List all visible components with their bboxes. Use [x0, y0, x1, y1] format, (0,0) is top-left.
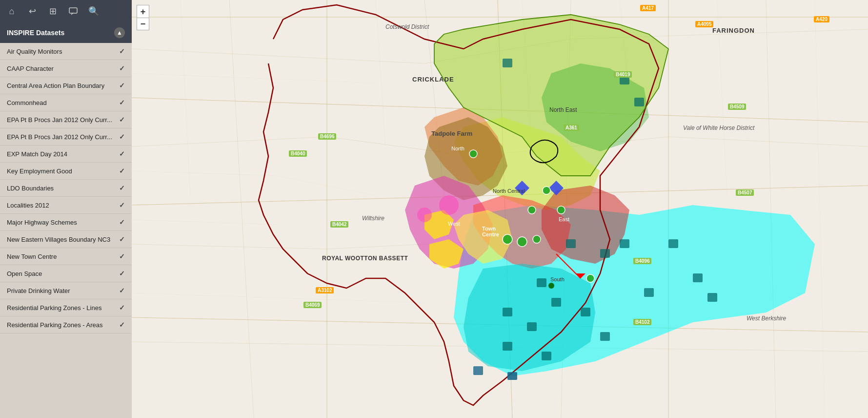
layer-check-air-quality: ✓ — [119, 47, 125, 55]
layer-item-epa-pt-b-1[interactable]: EPA Pt B Procs Jan 2012 Only Curr... ✓ — [0, 111, 132, 128]
layer-check-res-parking-areas: ✓ — [119, 321, 125, 329]
layer-name-key-employment: Key Employment Good — [7, 167, 119, 175]
sidebar-title: INSPIRE Datasets — [7, 29, 64, 37]
svg-rect-66 — [581, 308, 590, 316]
layer-item-epa-pt-b-2[interactable]: EPA Pt B Procs Jan 2012 Only Curr... ✓ — [0, 128, 132, 146]
svg-point-57 — [548, 283, 554, 289]
layer-name-res-parking-areas: Residential Parking Zones - Areas — [7, 321, 119, 329]
map[interactable]: + − — [132, 0, 868, 418]
layer-name-new-town-centre: New Town Centre — [7, 253, 119, 260]
svg-rect-73 — [707, 293, 717, 302]
layer-item-new-eastern[interactable]: New Eastern Villages Boundary NC3 ✓ — [0, 231, 132, 248]
sidebar: INSPIRE Datasets ▲ Air Quality Monitors … — [0, 22, 132, 418]
layer-item-private-drinking[interactable]: Private Drinking Water ✓ — [0, 282, 132, 299]
layer-check-commonhead: ✓ — [119, 99, 125, 106]
layer-name-central-area: Central Area Action Plan Boundary — [7, 82, 119, 89]
layer-name-commonhead: Commonhead — [7, 99, 119, 106]
layer-check-res-parking-lines: ✓ — [119, 304, 125, 312]
layer-item-localities-2012[interactable]: Localities 2012 ✓ — [0, 197, 132, 214]
layer-item-central-area[interactable]: Central Area Action Plan Boundary ✓ — [0, 77, 132, 94]
layer-name-exp-match-day: EXP Match Day 2014 — [7, 150, 119, 158]
layer-item-commonhead[interactable]: Commonhead ✓ — [0, 94, 132, 111]
svg-rect-76 — [473, 366, 483, 375]
svg-rect-59 — [620, 76, 629, 84]
zoom-out-button[interactable]: − — [137, 18, 149, 30]
layer-check-localities-2012: ✓ — [119, 201, 125, 209]
layer-item-key-employment[interactable]: Key Employment Good ✓ — [0, 163, 132, 180]
layer-check-caap-character: ✓ — [119, 64, 125, 72]
svg-rect-65 — [551, 298, 561, 307]
layer-name-ldo-boundaries: LDO Boundaries — [7, 185, 119, 192]
layer-name-localities-2012: Localities 2012 — [7, 202, 119, 209]
layer-name-epa-pt-b-2: EPA Pt B Procs Jan 2012 Only Curr... — [7, 133, 119, 141]
svg-rect-64 — [537, 278, 546, 287]
layer-check-epa-pt-b-2: ✓ — [119, 133, 125, 141]
layer-name-new-eastern: New Eastern Villages Boundary NC3 — [7, 236, 119, 243]
svg-rect-61 — [566, 239, 576, 248]
layer-item-new-town-centre[interactable]: New Town Centre ✓ — [0, 248, 132, 265]
svg-point-53 — [528, 206, 536, 214]
layer-item-ldo-boundaries[interactable]: LDO Boundaries ✓ — [0, 180, 132, 197]
layer-check-major-highway: ✓ — [119, 218, 125, 226]
svg-rect-71 — [668, 239, 678, 248]
svg-rect-62 — [600, 249, 610, 258]
layer-check-key-employment: ✓ — [119, 167, 125, 175]
svg-rect-70 — [542, 352, 551, 360]
layer-list: Air Quality Monitors ✓ CAAP Character ✓ … — [0, 43, 132, 334]
layer-name-caap-character: CAAP Character — [7, 65, 119, 72]
svg-point-49 — [469, 150, 477, 158]
home-button[interactable]: ⌂ — [4, 3, 20, 19]
zoom-in-button[interactable]: + — [137, 5, 149, 18]
svg-point-55 — [543, 187, 550, 194]
svg-rect-58 — [503, 59, 512, 67]
layer-name-open-space: Open Space — [7, 270, 119, 277]
svg-point-52 — [533, 235, 541, 243]
layer-check-central-area: ✓ — [119, 82, 125, 89]
svg-rect-74 — [644, 288, 654, 297]
layer-name-major-highway: Major Highway Schemes — [7, 219, 119, 226]
layer-check-private-drinking: ✓ — [119, 287, 125, 294]
back-button[interactable]: ↩ — [24, 3, 40, 19]
layer-item-open-space[interactable]: Open Space ✓ — [0, 265, 132, 282]
layer-item-res-parking-areas[interactable]: Residential Parking Zones - Areas ✓ — [0, 316, 132, 334]
map-background — [132, 0, 868, 418]
search-button[interactable]: 🔍 — [86, 3, 101, 19]
layer-name-epa-pt-b-1: EPA Pt B Procs Jan 2012 Only Curr... — [7, 116, 119, 124]
layer-check-open-space: ✓ — [119, 270, 125, 277]
comment-button[interactable] — [65, 3, 81, 19]
svg-rect-72 — [693, 273, 703, 282]
layer-item-caap-character[interactable]: CAAP Character ✓ — [0, 60, 132, 77]
sidebar-header: INSPIRE Datasets ▲ — [0, 22, 132, 43]
svg-rect-81 — [507, 372, 517, 380]
svg-rect-75 — [600, 332, 610, 341]
layer-check-exp-match-day: ✓ — [119, 150, 125, 158]
svg-rect-67 — [503, 308, 512, 316]
svg-point-50 — [503, 234, 512, 244]
layer-name-air-quality: Air Quality Monitors — [7, 48, 119, 55]
toolbar: ⌂ ↩ ⊞ 🔍 — [0, 0, 132, 22]
layer-item-air-quality[interactable]: Air Quality Monitors ✓ — [0, 43, 132, 60]
svg-rect-63 — [620, 239, 629, 248]
layer-check-new-eastern: ✓ — [119, 235, 125, 243]
zoom-controls: + − — [137, 5, 149, 30]
layer-item-exp-match-day[interactable]: EXP Match Day 2014 ✓ — [0, 146, 132, 163]
crop-button[interactable]: ⊞ — [45, 3, 61, 19]
layer-check-epa-pt-b-1: ✓ — [119, 116, 125, 124]
svg-rect-69 — [503, 342, 512, 351]
svg-point-51 — [517, 237, 527, 247]
layer-item-res-parking-lines[interactable]: Residential Parking Zones - Lines ✓ — [0, 299, 132, 316]
layer-check-new-town-centre: ✓ — [119, 252, 125, 260]
sidebar-collapse-button[interactable]: ▲ — [114, 27, 125, 38]
svg-point-79 — [439, 195, 459, 215]
svg-point-54 — [557, 206, 565, 214]
layer-check-ldo-boundaries: ✓ — [119, 184, 125, 192]
layer-item-major-highway[interactable]: Major Highway Schemes ✓ — [0, 214, 132, 231]
svg-rect-68 — [527, 322, 537, 331]
svg-point-56 — [586, 274, 594, 282]
svg-rect-60 — [634, 98, 644, 106]
svg-point-80 — [417, 208, 432, 222]
svg-rect-0 — [69, 8, 77, 13]
layer-name-res-parking-lines: Residential Parking Zones - Lines — [7, 304, 119, 312]
layer-name-private-drinking: Private Drinking Water — [7, 287, 119, 294]
